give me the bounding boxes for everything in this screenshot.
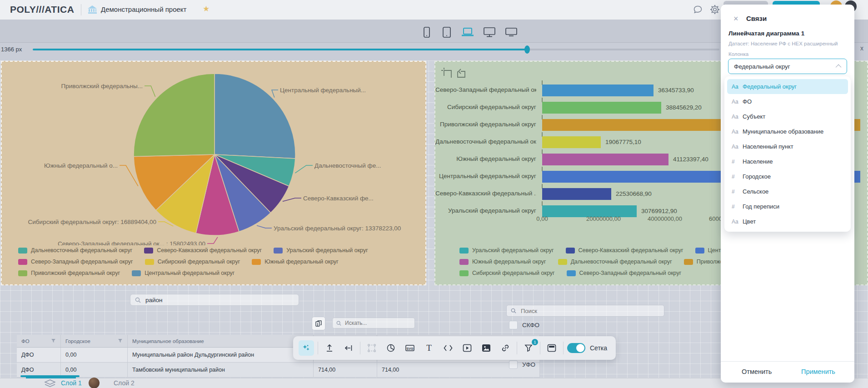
legend-label: Сибирский федеральный округ (158, 259, 240, 265)
grid-toggle-label: Сетка (590, 344, 607, 352)
pie-callout-label: Северо-Кавказский фе... (303, 195, 374, 202)
bar-category-label: Дальневосточный федеральный ок... (435, 138, 536, 145)
checkbox[interactable] (509, 360, 518, 369)
bar[interactable] (542, 136, 601, 148)
dropdown-option[interactable]: AaНаселенный пункт (727, 139, 848, 154)
legend-chip (18, 270, 27, 276)
toolbar-separator (318, 342, 318, 354)
legend-label: Северо-Кавказский федеральный округ (157, 247, 262, 254)
bar-category-label: Южный федеральный округ (435, 155, 536, 162)
bar-category-label: Приволжский федеральный округ (435, 121, 536, 128)
table-header-cell[interactable]: Городское (61, 335, 128, 347)
dropdown-option[interactable]: AaФО (727, 94, 848, 109)
legend-chip (18, 259, 27, 265)
favorite-star-icon[interactable]: ★ (203, 4, 210, 14)
active-layer-indicator (26, 377, 76, 378)
dropdown-option[interactable]: #Население (727, 154, 848, 169)
settings-gear-icon[interactable] (709, 4, 720, 17)
legend-item: Уральский федеральный округ (459, 247, 554, 254)
bar-category-label: Центральный федеральный округ (435, 173, 536, 179)
legend-chip (459, 248, 469, 254)
pie-chart-widget[interactable]: Центральный федеральный...Дальневосточны… (1, 61, 426, 285)
bar[interactable] (542, 188, 611, 200)
dropdown-option[interactable]: #Сельское (727, 184, 848, 199)
dropdown-option[interactable]: #Год переписи (727, 199, 848, 214)
width-slider-handle[interactable] (524, 45, 530, 54)
layer-tab-1[interactable]: Слой 1 (61, 379, 82, 387)
toolbar-separator (563, 342, 564, 354)
bar[interactable] (542, 102, 661, 114)
grid-toggle[interactable] (567, 343, 585, 353)
table-header-cell[interactable]: Муниципальное образование (128, 335, 314, 347)
legend-item: Дальневосточный федеральный округ (18, 247, 132, 254)
text-tool-icon[interactable]: T (421, 340, 437, 356)
svg-export-icon[interactable]: SVG (402, 340, 418, 356)
filter-search-input[interactable] (520, 307, 653, 315)
chat-icon[interactable] (693, 5, 703, 17)
legend-item: Южный федеральный округ (252, 259, 339, 265)
device-monitor-icon[interactable] (483, 26, 496, 39)
option-label: Сельское (743, 188, 768, 195)
option-label: Субъект (743, 113, 765, 120)
column-select[interactable]: Федеральный округ (728, 59, 847, 74)
canvas-close-icon[interactable]: x (860, 45, 863, 52)
layer-tab-2[interactable]: Слой 2 (114, 379, 135, 387)
video-tool-icon[interactable] (459, 340, 475, 356)
device-tv-icon[interactable] (504, 26, 518, 39)
dropdown-option[interactable]: #Городское (727, 169, 848, 184)
filter-option-row[interactable]: УФО (509, 360, 535, 369)
pie-callout-label: Сибирский федеральный округ: 16889404,00 (28, 219, 156, 225)
district-search (130, 294, 299, 306)
cancel-button[interactable]: Отменить (742, 368, 772, 375)
legend-row: Северо-Западный федеральный округСибирск… (18, 259, 418, 265)
dropdown-option[interactable]: AaЦвет (727, 214, 848, 229)
dropdown-option[interactable]: AaМуниципальное образование (727, 124, 848, 139)
table-row[interactable]: ДФО0,00Тамбовский муниципальный район714… (17, 363, 540, 378)
filter-option-row[interactable]: СКФО (509, 321, 539, 329)
search-icon (511, 308, 516, 313)
upload-icon[interactable] (322, 340, 337, 356)
device-phone-icon[interactable] (421, 26, 433, 39)
close-icon[interactable]: × (733, 15, 738, 23)
chart-pie-icon[interactable] (383, 340, 399, 356)
table-search (332, 318, 415, 328)
column-title: ФО (21, 338, 30, 344)
filter-funnel-icon[interactable]: 1 (521, 340, 536, 356)
dropdown-option[interactable]: AaСубъект (727, 109, 848, 124)
column-filter-icon[interactable] (51, 338, 56, 343)
magic-sparkles-icon[interactable] (299, 340, 314, 356)
device-laptop-icon[interactable] (461, 26, 474, 39)
project-title[interactable]: Демонстрационный проект (101, 5, 186, 13)
legend-row: Дальневосточный федеральный округСеверо-… (18, 247, 418, 254)
pie-callout-line (272, 90, 278, 98)
transform-icon[interactable] (364, 340, 379, 356)
legend-chip (558, 259, 567, 265)
legend-item: Сибирский федеральный округ (145, 259, 240, 265)
bar[interactable] (542, 85, 653, 96)
code-tool-icon[interactable] (440, 340, 456, 356)
width-slider-track-filled[interactable] (33, 49, 527, 50)
legend-item: Сибирский федеральный округ (459, 270, 555, 276)
image-tool-icon[interactable] (479, 340, 494, 356)
link-tool-icon[interactable] (498, 340, 513, 356)
collapse-left-icon[interactable] (341, 340, 356, 356)
district-search-input[interactable] (145, 296, 292, 304)
bar-category-label: Сибирский федеральный округ (435, 104, 536, 110)
legend-label: Центральный федеральный округ (145, 270, 234, 276)
layers-icon[interactable] (44, 379, 56, 388)
checkbox[interactable] (509, 321, 518, 329)
dropdown-option[interactable]: AaФедеральный округ (727, 79, 848, 94)
table-header-cell[interactable]: ФО (17, 335, 61, 347)
table-search-input[interactable] (344, 319, 409, 327)
app-logo[interactable]: POLY///ATICA (10, 4, 74, 15)
legend-label: Сибирский федеральный округ (472, 270, 555, 276)
width-slider-track-rest[interactable] (527, 49, 719, 50)
option-label: Муниципальное образование (743, 128, 823, 135)
table-columns-button[interactable] (312, 317, 325, 330)
bar[interactable] (542, 154, 668, 165)
column-filter-icon[interactable] (118, 338, 123, 343)
frame-tool-icon[interactable] (544, 340, 559, 356)
apply-button[interactable]: Применить (801, 368, 835, 375)
device-tablet-icon[interactable] (441, 26, 453, 39)
bar-axis-tick-label: 40000000,00 (640, 215, 690, 222)
